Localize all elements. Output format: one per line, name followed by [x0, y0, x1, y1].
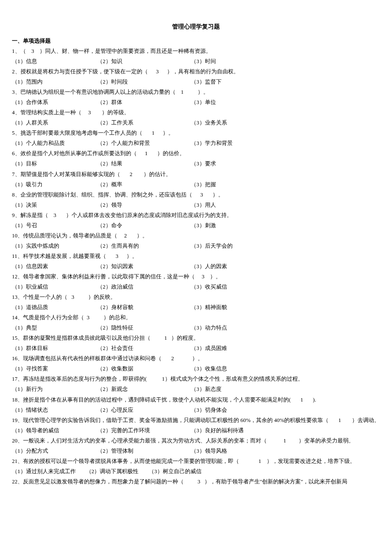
option: （1）寻找答案: [12, 364, 97, 374]
option: （2）知识: [97, 56, 191, 66]
option: （1）吸引力: [12, 179, 97, 190]
question-stem: 3、巴纳德认为组织是一个有意识地协调两人以上的活动或力量的（ 1 ）。: [12, 87, 380, 97]
option: （3）用人: [191, 200, 380, 210]
option: （2）时间段: [97, 77, 191, 87]
option: （3）学力和背景: [191, 138, 380, 148]
question-stem: 12、领导者拿国家、集体的利益来行善，以此取得下属的信任，这是一种（ 3 ）。: [12, 272, 380, 282]
option: （2）政治威信: [97, 282, 191, 292]
option: （1）领导者的威信: [12, 425, 97, 436]
question-stem: 19、现代管理心理学的实验告诉我们，借助于工资、奖金等激励措施，只能调动职工积极…: [12, 415, 380, 425]
question-stem: 20、一般说来，人们对生活方式的变革，心理承受能力最强，其次为劳动方式、人际关系…: [12, 436, 380, 446]
option: （2）知识因素: [97, 261, 191, 272]
option: （2）生而具有的: [97, 241, 191, 251]
option: （2）心理反应: [97, 405, 191, 415]
option: （3）树立自己的威信: [149, 466, 370, 477]
options-row: （1）号召（2）命令（3）刺激: [12, 220, 380, 231]
option: （2）新观念: [97, 384, 191, 394]
question-stem: 4、管理结构实质上是一种（ 3 ）的等级。: [12, 107, 380, 118]
option: （3）把握: [191, 179, 380, 190]
option: （1）典型: [12, 323, 97, 333]
option: （1）情绪状态: [12, 405, 97, 415]
question-stem: 10、传统品质理论认为，领导者的品质是（ 2 ）。: [12, 231, 380, 241]
option: （1）目标: [12, 159, 97, 169]
option: （1）通过别人来完成工作: [12, 466, 76, 477]
option: （1）分配方式: [12, 446, 97, 456]
options-row: （1）信息（2）知识（3）时间: [12, 56, 380, 66]
option: （3）动力特点: [191, 323, 380, 333]
options-row: （1）职业威信（2）政治威信（3）收买威信: [12, 282, 380, 292]
option: （1）群体目标: [12, 343, 97, 353]
option: （1）合作体系: [12, 97, 97, 107]
options-row: （1）领导者的威信（2）完善的工作环境（3）良好的福利待遇: [12, 425, 380, 436]
option: （1）范围内: [12, 77, 97, 87]
question-stem: 13、个性是一个人的（ 3 ）的反映。: [12, 292, 380, 302]
questions-container: 1、（ 3 ）同人、财、物一样，是管理中的重要资源，而且还是一种稀有资源。（1）…: [12, 46, 380, 487]
option: （1）新行为: [12, 384, 97, 394]
option: （1）实践中炼成的: [12, 241, 97, 251]
options-row: （1）范围内（2）时间段（3）监督下: [12, 77, 380, 87]
option: （3）单位: [191, 97, 380, 107]
option: （3）精神面貌: [191, 302, 380, 312]
question-stem: 7、期望值是指个人对某项目标能够实现的（ 2 ）的估计。: [12, 169, 380, 179]
options-row: （1）道德品质（2）身材容貌（3）精神面貌: [12, 302, 380, 312]
question-stem: 15、群体的凝聚性是指群体成员彼此吸引以及他们分担（ 1 ）的程度。: [12, 333, 380, 343]
option: （2）个人能力和背景: [97, 138, 191, 148]
options-row: （1）寻找答案（2）收集数据（3）收集信息: [12, 364, 380, 374]
option: （3）新态度: [191, 384, 380, 394]
option: （1）道德品质: [12, 302, 97, 312]
option: （2）收集数据: [97, 364, 191, 374]
question-stem: 14、气质是指个人行为全部（ 3 ）的总和。: [12, 312, 380, 323]
options-row: （1）个人能力和品质（2）个人能力和背景（3）学力和背景: [12, 138, 380, 148]
option: （1）个人能力和品质: [12, 138, 97, 148]
question-stem: 18、挫折是指个体在从事有目的的活动过程中，遇到障碍或干扰，致使个人动机不能实现…: [12, 395, 380, 405]
option: （3）后天学会的: [191, 241, 380, 251]
option: （1）人群关系: [12, 118, 97, 128]
option: （1）信息因素: [12, 261, 97, 272]
option: （2）社会责任: [97, 343, 191, 353]
option: （2）完善的工作环境: [97, 425, 191, 436]
option: （3）要求: [191, 159, 380, 169]
options-row: （1）新行为（2）新观念（3）新态度: [12, 384, 380, 394]
question-stem: 11、科学技术越是发展，就越要重视（ 3 ）。: [12, 251, 380, 261]
option: （3）领导风格: [191, 446, 380, 456]
option: （1）信息: [12, 56, 97, 66]
question-stem: 22、反面意见足以激发领导者的想像力，而想象力是了解问题的一种（ 3 ），有助于…: [12, 477, 380, 487]
question-stem: 1、（ 3 ）同人、财、物一样，是管理中的重要资源，而且还是一种稀有资源。: [12, 46, 380, 56]
options-row: （1）典型（2）隐性特征（3）动力特点: [12, 323, 380, 333]
question-stem: 17、再冻结是指改革后的态度与行为的整合，即获得的( 1）模式成为个体之个性，形…: [12, 374, 380, 384]
options-row: （1）通过别人来完成工作（2）调动下属积极性（3）树立自己的威信: [12, 466, 380, 477]
question-stem: 8、企业的管理职能除计划、组织、指挥、协调、控制之外，还应该包括（ 3 ）。: [12, 190, 380, 200]
options-row: （1）情绪状态（2）心理反应（3）切身体会: [12, 405, 380, 415]
option: （2）命令: [97, 220, 191, 231]
options-row: （1）人群关系（2）工作关系（3）业务关系: [12, 118, 380, 128]
option: （3）刺激: [191, 220, 380, 231]
option: （2）管理体制: [97, 446, 191, 456]
option: （2）隐性特征: [97, 323, 191, 333]
options-row: （1）合作体系（2）群体（3）单位: [12, 97, 380, 107]
options-row: （1）决策（2）领导（3）用人: [12, 200, 380, 210]
option: （1）职业威信: [12, 282, 97, 292]
options-row: （1）群体目标（2）社会责任（3）成员困难: [12, 343, 380, 353]
option: （3）人的因素: [191, 261, 380, 272]
option: （3）切身体会: [191, 405, 380, 415]
option: （2）概率: [97, 179, 191, 190]
option: （2）群体: [97, 97, 191, 107]
question-stem: 9、解冻是指（ 3 ）个人或群体去改变他们原来的态度或消除对旧态度或行为的支持。: [12, 210, 380, 220]
question-stem: 2、授权就是将权力与责任授予下级，使下级在一定的（ 3 ），具有相当的行为自由权…: [12, 66, 380, 77]
option: （3）良好的福利待遇: [191, 425, 380, 436]
option: （1）决策: [12, 200, 97, 210]
option: （2）工作关系: [97, 118, 191, 128]
option: （3）收集信息: [191, 364, 380, 374]
options-row: （1）吸引力（2）概率（3）把握: [12, 179, 380, 190]
options-row: （1）目标（2）结果（3）要求: [12, 159, 380, 169]
option: （3）时间: [191, 56, 380, 66]
options-row: （1）分配方式（2）管理体制（3）领导风格: [12, 446, 380, 456]
options-row: （1）信息因素（2）知识因素（3）人的因素: [12, 261, 380, 272]
option: （3）成员困难: [191, 343, 380, 353]
option: （3）收买威信: [191, 282, 380, 292]
question-stem: 16、现场调查包括从有代表性的样板群体中通过访谈和问卷（ 2 ）。: [12, 353, 380, 364]
option: （2）调动下属积极性: [86, 466, 139, 477]
question-stem: 5、挑选干部时要最大限度地考虑每一个工作人员的（ 1 ）。: [12, 128, 380, 138]
question-stem: 21、有效的授权可以是一个领导者摆脱具体事务，从而使他能完成一个重要的管理职能，…: [12, 456, 380, 466]
page-title: 管理心理学复习题: [12, 21, 380, 32]
